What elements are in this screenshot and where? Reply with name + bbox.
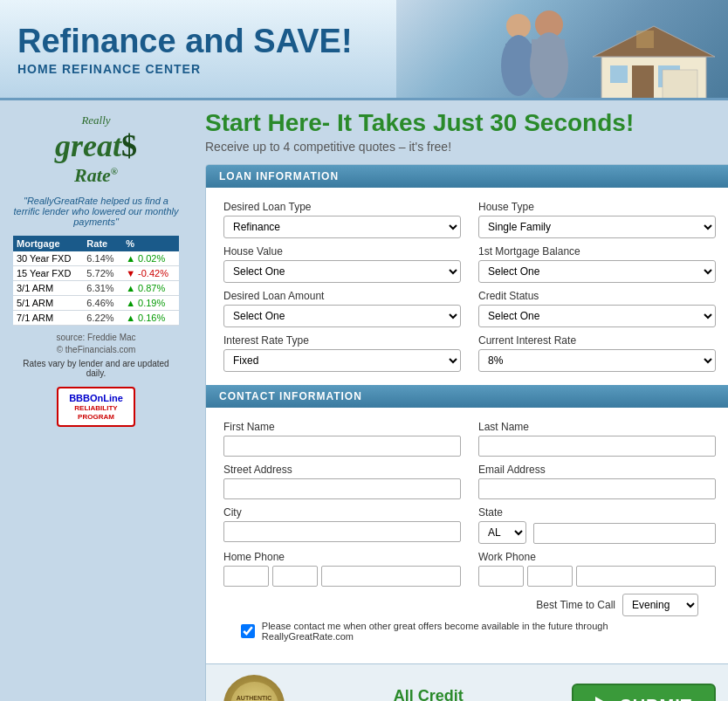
svg-rect-4 xyxy=(610,65,628,83)
table-row: 5/1 ARM6.46%▲ 0.19% xyxy=(13,296,179,311)
bbb-badge: BBBOnLine RELIABILITY PROGRAM xyxy=(57,387,135,427)
arrow-up-icon: ▲ xyxy=(126,298,135,308)
mortgage-rate: 6.14% xyxy=(83,251,122,266)
mortgage-rate: 6.46% xyxy=(83,296,122,311)
testimonial: "ReallyGreatRate helped us find a terrif… xyxy=(13,196,179,227)
svg-rect-5 xyxy=(636,31,654,48)
logo-great: great xyxy=(55,127,121,164)
current-interest-rate-group: Current Interest Rate 6% 7% 8% 9% 10% xyxy=(478,334,716,372)
mortgage-table: Mortgage Rate % 30 Year FXD6.14%▲ 0.02%1… xyxy=(13,236,179,326)
contact-section-header: CONTACT INFORMATION xyxy=(206,385,728,408)
work-phone-label: Work Phone xyxy=(478,551,716,563)
col-rate: Rate xyxy=(83,236,122,251)
table-row: 3/1 ARM6.31%▲ 0.87% xyxy=(13,281,179,296)
submit-button[interactable]: SUBMIT xyxy=(572,684,716,702)
house-type-select[interactable]: Single Family Condo Townhouse xyxy=(478,216,716,238)
home-phone-number[interactable] xyxy=(321,566,461,587)
work-phone-prefix[interactable] xyxy=(527,566,573,587)
mortgage-name: 15 Year FXD xyxy=(13,266,83,281)
first-name-group: First Name xyxy=(223,421,461,457)
header-subtitle: HOME REFINANCE CENTER xyxy=(17,62,353,76)
credit-status-label: Credit Status xyxy=(478,290,716,302)
desired-loan-type-select[interactable]: Refinance Purchase Home Equity xyxy=(223,216,461,238)
home-phone-label: Home Phone xyxy=(223,551,461,563)
first-name-label: First Name xyxy=(223,421,461,433)
home-phone-prefix[interactable] xyxy=(272,566,318,587)
sidebar: Really great$ Rate® "ReallyGreatRate hel… xyxy=(0,100,192,701)
arrow-down-icon: ▼ xyxy=(126,268,135,278)
bbb-online: BBBOnLine xyxy=(63,393,129,404)
mortgage-name: 5/1 ARM xyxy=(13,296,83,311)
main-container: Really great$ Rate® "ReallyGreatRate hel… xyxy=(0,100,728,701)
arrow-up-icon: ▲ xyxy=(126,283,135,293)
desired-loan-amount-label: Desired Loan Amount xyxy=(223,290,461,302)
svg-rect-9 xyxy=(505,44,532,70)
logo-dollar: $ xyxy=(121,127,137,164)
header-image xyxy=(396,0,728,100)
authentic-badge: AUTHENTIC COMODO SECURE point to verify xyxy=(223,675,285,701)
best-time-label: Best Time to Call xyxy=(536,599,615,611)
credit-status-select[interactable]: Select One Excellent Good Fair Poor xyxy=(478,305,716,327)
bbb-program: PROGRAM xyxy=(63,413,129,422)
checkbox-label: Please contact me when other great offer… xyxy=(262,621,698,642)
state-select[interactable]: ALAKAZCAFLNYTX xyxy=(478,521,526,544)
col-mortgage: Mortgage xyxy=(13,236,83,251)
col-change: % xyxy=(122,236,179,251)
mortgage-balance-select[interactable]: Select One Under $100K $100K-$200K $200K… xyxy=(478,260,716,283)
interest-rate-type-select[interactable]: Fixed Adjustable xyxy=(223,349,461,372)
arrow-up-icon: ▲ xyxy=(126,253,135,264)
home-phone-area[interactable] xyxy=(223,566,269,587)
last-name-group: Last Name xyxy=(478,421,716,457)
loan-form-section: Desired Loan Type Refinance Purchase Hom… xyxy=(206,188,728,385)
mortgage-name: 30 Year FXD xyxy=(13,251,83,266)
work-phone-group: Work Phone xyxy=(478,551,716,587)
mortgage-rate: 6.31% xyxy=(83,281,122,296)
house-value-select[interactable]: Select One Under $100K $100K-$200K $200K… xyxy=(223,260,461,283)
mortgage-rate: 5.72% xyxy=(83,266,122,281)
table-row: 30 Year FXD6.14%▲ 0.02% xyxy=(13,251,179,266)
work-phone-number[interactable] xyxy=(576,566,716,587)
mortgage-name: 3/1 ARM xyxy=(13,281,83,296)
last-name-input[interactable] xyxy=(478,436,716,457)
house-value-group: House Value Select One Under $100K $100K… xyxy=(223,245,461,283)
svg-point-7 xyxy=(506,14,531,38)
zip-input[interactable] xyxy=(533,523,716,544)
email-input[interactable] xyxy=(478,478,716,499)
contact-form-section: First Name Last Name Street Address Emai… xyxy=(206,408,728,663)
source-line1: source: Freddie Mac xyxy=(13,333,179,342)
current-interest-rate-label: Current Interest Rate xyxy=(478,334,716,347)
desired-loan-type-group: Desired Loan Type Refinance Purchase Hom… xyxy=(223,201,461,238)
svg-rect-2 xyxy=(632,65,654,100)
play-icon xyxy=(595,697,611,701)
source-line2: © theFinancials.com xyxy=(13,345,179,354)
work-phone-area[interactable] xyxy=(478,566,524,587)
desired-loan-type-label: Desired Loan Type xyxy=(223,201,461,213)
all-credit-text: All CreditWelcome! xyxy=(302,687,554,701)
form-footer: AUTHENTIC COMODO SECURE point to verify … xyxy=(206,663,728,701)
house-value-label: House Value xyxy=(223,245,461,258)
desired-loan-amount-group: Desired Loan Amount Select One Under $10… xyxy=(223,290,461,327)
city-input[interactable] xyxy=(223,521,461,542)
contact-checkbox[interactable] xyxy=(241,624,255,638)
bbb-reliability: RELIABILITY xyxy=(63,404,129,413)
checkbox-row: Please contact me when other great offer… xyxy=(241,621,698,642)
state-label: State xyxy=(478,506,716,519)
form-container: LOAN INFORMATION Desired Loan Type Refin… xyxy=(205,164,728,701)
svg-rect-12 xyxy=(532,39,565,70)
desired-loan-amount-select[interactable]: Select One Under $100K $100K-$200K $200K… xyxy=(223,305,461,327)
svg-rect-6 xyxy=(663,70,697,100)
street-address-input[interactable] xyxy=(223,478,461,499)
start-heading: Start Here- It Takes Just 30 Seconds! xyxy=(205,109,728,137)
interest-rate-type-group: Interest Rate Type Fixed Adjustable xyxy=(223,334,461,372)
street-address-group: Street Address xyxy=(223,464,461,499)
arrow-up-icon: ▲ xyxy=(126,313,135,323)
best-time-select[interactable]: Morning Afternoon Evening xyxy=(622,594,698,616)
first-name-input[interactable] xyxy=(223,436,461,457)
page-header: Refinance and SAVE! HOME REFINANCE CENTE… xyxy=(0,0,728,100)
logo-really: Really xyxy=(81,113,110,127)
home-phone-group: Home Phone xyxy=(223,551,461,587)
city-label: City xyxy=(223,506,461,519)
mortgage-change: ▼ -0.42% xyxy=(122,266,179,281)
current-interest-rate-select[interactable]: 6% 7% 8% 9% 10% xyxy=(478,349,716,372)
email-group: Email Address xyxy=(478,464,716,499)
